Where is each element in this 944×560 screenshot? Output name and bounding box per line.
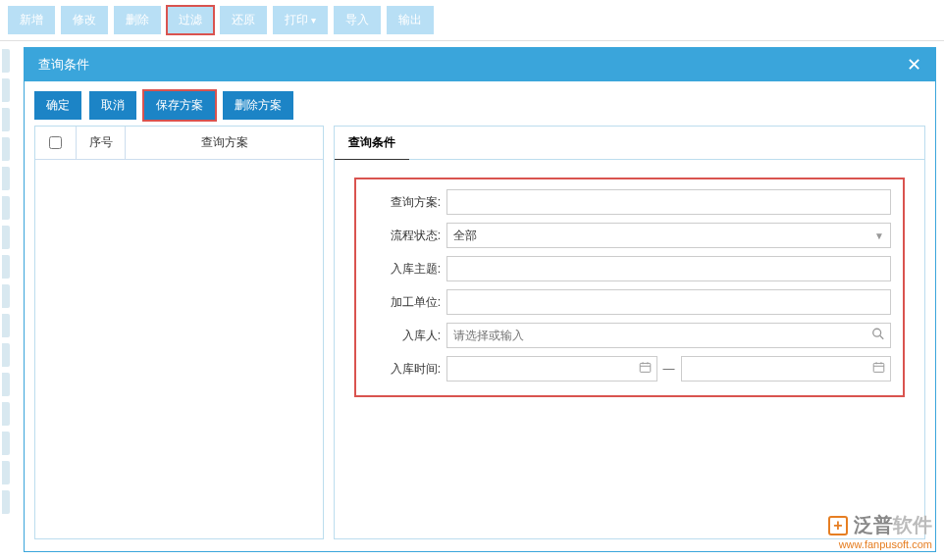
svg-point-0 xyxy=(873,329,881,336)
unit-input[interactable] xyxy=(446,289,891,315)
cancel-button[interactable]: 取消 xyxy=(89,91,136,120)
status-value: 全部 xyxy=(453,228,477,244)
grid-header: 序号 查询方案 xyxy=(35,127,323,160)
edit-button[interactable]: 修改 xyxy=(61,6,108,34)
import-button[interactable]: 导入 xyxy=(334,6,381,34)
brand-url: www.fanpusoft.com xyxy=(828,538,932,550)
modal-toolbar: 确定 取消 保存方案 删除方案 xyxy=(25,81,935,126)
brand-text-2: 软件 xyxy=(893,514,932,535)
svg-line-1 xyxy=(880,335,884,339)
delete-scheme-button[interactable]: 删除方案 xyxy=(223,91,293,120)
seq-header: 序号 xyxy=(77,127,126,159)
search-icon[interactable] xyxy=(871,328,885,344)
chevron-down-icon: ▼ xyxy=(874,230,884,241)
top-toolbar: 新增 修改 删除 过滤 还原 打印 导入 输出 xyxy=(0,0,944,41)
tab-underline xyxy=(409,127,924,160)
delete-button[interactable]: 删除 xyxy=(114,6,161,34)
scheme-label: 查询方案: xyxy=(368,194,446,211)
logo-icon: + xyxy=(828,516,848,535)
date-to-input[interactable] xyxy=(681,356,892,382)
query-modal: 查询条件 ✕ 确定 取消 保存方案 删除方案 序号 查询方案 查询条件 xyxy=(24,47,936,552)
restore-button[interactable]: 还原 xyxy=(220,6,267,34)
close-icon[interactable]: ✕ xyxy=(907,56,921,74)
status-select[interactable]: 全部 ▼ xyxy=(446,223,891,248)
scheme-header: 查询方案 xyxy=(126,127,323,159)
watermark: + 泛普软件 www.fanpusoft.com xyxy=(828,512,932,550)
time-label: 入库时间: xyxy=(368,361,446,378)
subject-input[interactable] xyxy=(446,256,891,281)
modal-body: 序号 查询方案 查询条件 查询方案: 流程状态: xyxy=(25,126,935,551)
subject-label: 入库主题: xyxy=(368,261,446,278)
scheme-list-panel: 序号 查询方案 xyxy=(34,126,324,539)
unit-label: 加工单位: xyxy=(368,294,446,311)
print-button[interactable]: 打印 xyxy=(273,6,328,34)
date-range-separator: — xyxy=(661,362,677,376)
confirm-button[interactable]: 确定 xyxy=(34,91,81,120)
form-panel: 查询条件 查询方案: 流程状态: 全部 xyxy=(334,126,925,539)
person-label: 入库人: xyxy=(368,328,446,344)
tab-query-conditions[interactable]: 查询条件 xyxy=(335,127,409,160)
filter-button[interactable]: 过滤 xyxy=(167,6,214,34)
export-button[interactable]: 输出 xyxy=(387,6,434,34)
person-input[interactable] xyxy=(446,323,891,348)
select-all-checkbox[interactable] xyxy=(49,136,62,149)
new-button[interactable]: 新增 xyxy=(8,6,55,34)
side-stripes xyxy=(2,49,10,520)
date-from-input[interactable] xyxy=(446,356,657,382)
save-scheme-button[interactable]: 保存方案 xyxy=(144,91,215,120)
form-box: 查询方案: 流程状态: 全部 ▼ xyxy=(354,178,905,397)
status-label: 流程状态: xyxy=(368,228,446,244)
modal-title: 查询条件 xyxy=(38,56,89,74)
form-area: 查询方案: 流程状态: 全部 ▼ xyxy=(335,160,924,415)
brand-text-1: 泛普 xyxy=(854,514,893,535)
modal-header: 查询条件 ✕ xyxy=(25,48,935,81)
scheme-input[interactable] xyxy=(446,189,891,215)
checkbox-header xyxy=(35,127,77,159)
tab-bar: 查询条件 xyxy=(335,127,924,160)
